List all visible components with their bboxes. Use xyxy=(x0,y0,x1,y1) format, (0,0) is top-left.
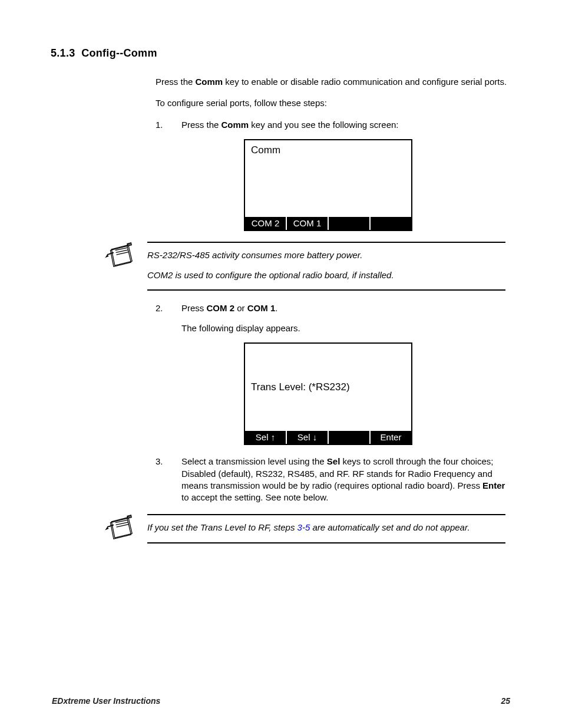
section-title: Config--Comm xyxy=(81,47,157,59)
step-number: 3. xyxy=(156,456,181,503)
note-block-2: If you set the Trans Level to RF, steps … xyxy=(51,514,510,543)
svg-line-7 xyxy=(116,522,128,525)
svg-line-1 xyxy=(116,250,128,253)
note-line: RS-232/RS-485 activity consumes more bat… xyxy=(147,249,505,262)
intro-paragraph-1: Press the Comm key to enable or disable … xyxy=(156,76,510,88)
svg-line-10 xyxy=(129,516,130,518)
section-number: 5.1.3 xyxy=(51,47,75,59)
softkey-empty xyxy=(329,431,371,444)
svg-line-5 xyxy=(130,243,131,245)
screen-line: Trans Level: (*RS232) xyxy=(251,381,350,394)
softkey-sel-down: Sel ↓ xyxy=(287,431,329,444)
softkey-enter: Enter xyxy=(371,431,411,444)
svg-line-3 xyxy=(128,243,128,246)
softkey-bar: Sel ↑ Sel ↓ Enter xyxy=(245,431,411,444)
softkey-com1: COM 1 xyxy=(287,217,329,230)
note-line: COM2 is used to configure the optional r… xyxy=(147,269,505,282)
svg-line-9 xyxy=(128,516,128,518)
note-icon xyxy=(104,242,139,291)
screen-trans-level: Trans Level: (*RS232) Sel ↑ Sel ↓ Enter xyxy=(244,342,412,445)
step-number: 1. xyxy=(156,119,181,131)
step-2: 2. Press COM 2 or COM 1. xyxy=(156,302,510,314)
softkey-com2: COM 2 xyxy=(245,217,287,230)
softkey-empty xyxy=(329,217,371,230)
step-range-link[interactable]: 3-5 xyxy=(297,522,310,532)
svg-line-8 xyxy=(117,525,129,528)
step-3: 3. Select a transmission level using the… xyxy=(156,456,510,503)
intro-paragraph-2: To configure serial ports, follow these … xyxy=(156,97,510,109)
screen-title: Comm xyxy=(251,144,280,156)
footer-title: EDxtreme User Instructions xyxy=(52,696,160,706)
page-number: 25 xyxy=(501,696,510,706)
note-block-1: RS-232/RS-485 activity consumes more bat… xyxy=(51,242,510,291)
softkey-sel-up: Sel ↑ xyxy=(245,431,287,444)
screen-comm: Comm COM 2 COM 1 xyxy=(244,139,412,231)
step-number: 2. xyxy=(156,302,181,314)
svg-line-4 xyxy=(129,243,130,246)
note-line: If you set the Trans Level to RF, steps … xyxy=(147,521,505,535)
softkey-empty xyxy=(371,217,411,230)
page-footer: EDxtreme User Instructions 25 xyxy=(52,696,510,706)
svg-line-2 xyxy=(117,252,129,255)
section-heading: 5.1.3 Config--Comm xyxy=(51,47,510,60)
softkey-bar: COM 2 COM 1 xyxy=(245,217,411,230)
step-2-sub: The following display appears. xyxy=(181,322,510,334)
svg-line-11 xyxy=(130,515,131,518)
step-1: 1. Press the Comm key and you see the fo… xyxy=(156,119,510,131)
note-icon xyxy=(104,514,139,543)
